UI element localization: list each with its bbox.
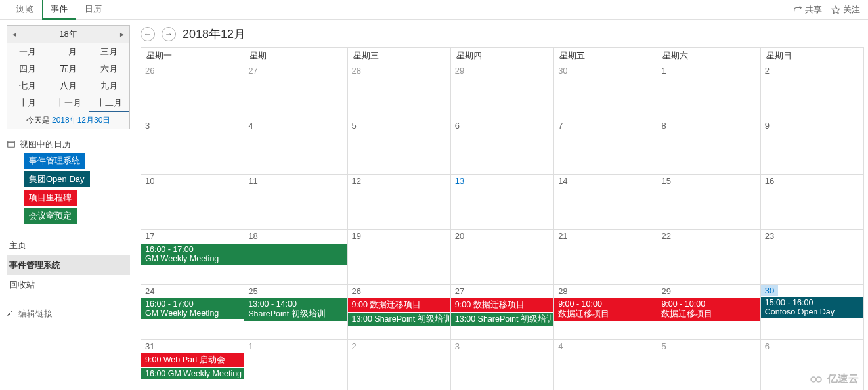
day-cell[interactable]: 8	[657, 119, 760, 175]
day-cell[interactable]: 9	[761, 119, 864, 175]
day-cell[interactable]: 1	[657, 64, 760, 119]
month-1[interactable]: 一月	[7, 43, 48, 60]
month-10[interactable]: 十月	[7, 95, 48, 112]
dow-header: 星期六	[657, 48, 760, 64]
calendar-event[interactable]: 9:00 数据迁移项目	[348, 298, 450, 312]
day-cell[interactable]: 3015:00 - 16:00Contoso Open Day	[761, 285, 864, 340]
calendar-event[interactable]: 9:00 - 10:00数据迁移项目	[657, 298, 760, 321]
month-12[interactable]: 十二月	[89, 95, 129, 112]
tab-browse[interactable]: 浏览	[8, 0, 42, 20]
share-button[interactable]: 共享	[793, 4, 822, 16]
nav-link-2[interactable]: 回收站	[7, 275, 130, 295]
month-5[interactable]: 五月	[48, 60, 89, 77]
event-time: 15:00 - 16:00	[765, 298, 859, 307]
day-cell[interactable]: 7	[554, 119, 657, 175]
day-cell[interactable]: 23	[761, 230, 864, 285]
day-number: 30	[554, 64, 657, 77]
follow-button[interactable]: 关注	[831, 4, 860, 16]
day-number: 6	[451, 119, 553, 132]
day-cell[interactable]: 4	[554, 340, 657, 390]
day-cell[interactable]: 1	[244, 340, 347, 390]
month-6[interactable]: 六月	[89, 60, 129, 77]
month-3[interactable]: 三月	[89, 43, 129, 60]
day-cell[interactable]: 27	[244, 64, 347, 119]
day-cell[interactable]: 30	[554, 64, 657, 119]
day-cell[interactable]: 6	[451, 119, 554, 175]
calendar-event[interactable]: 16:00 GM Weekly Meeting	[141, 368, 244, 379]
calendar-event[interactable]: 9:00 Web Part 启动会	[141, 353, 244, 367]
nav-link-0[interactable]: 主页	[7, 236, 130, 255]
day-cell[interactable]: 1716:00 - 17:00GM Weekly Meeting	[141, 230, 244, 285]
day-cell[interactable]: 19	[348, 230, 451, 285]
day-cell[interactable]: 279:00 数据迁移项目13:00 SharePoint 初级培训	[451, 285, 554, 340]
calendar-event[interactable]: 13:00 - 14:00SharePoint 初级培训	[244, 298, 347, 321]
calendar-event[interactable]: 9:00 - 10:00数据迁移项目	[554, 298, 657, 321]
month-9[interactable]: 九月	[89, 77, 129, 95]
day-number: 27	[244, 64, 347, 77]
day-cell[interactable]: 15	[657, 175, 760, 230]
day-cell[interactable]: 22	[657, 230, 760, 285]
star-icon	[831, 5, 840, 14]
day-cell[interactable]: 13	[451, 175, 554, 230]
day-cell[interactable]: 11	[244, 175, 347, 230]
calendar-tag-0[interactable]: 事件管理系统	[24, 153, 85, 169]
month-7[interactable]: 七月	[7, 77, 48, 95]
calendar-tag-3[interactable]: 会议室预定	[24, 208, 77, 224]
day-cell[interactable]: 20	[451, 230, 554, 285]
calendar-event[interactable]: 13:00 SharePoint 初级培训	[451, 313, 553, 326]
month-4[interactable]: 四月	[7, 60, 48, 77]
day-number: 1	[657, 64, 760, 77]
day-cell[interactable]: 2	[761, 64, 864, 119]
day-cell[interactable]: 3	[451, 340, 554, 390]
edit-links-button[interactable]: 编辑链接	[7, 308, 130, 320]
next-month-button[interactable]: →	[162, 27, 176, 41]
next-year-button[interactable]: ►	[119, 31, 125, 38]
month-11[interactable]: 十一月	[48, 95, 89, 112]
day-number: 30	[761, 285, 778, 296]
day-cell[interactable]: 5	[348, 119, 451, 175]
day-cell[interactable]: 289:00 - 10:00数据迁移项目	[554, 285, 657, 340]
month-8[interactable]: 八月	[48, 77, 89, 95]
calendar-tag-2[interactable]: 项目里程碑	[24, 190, 77, 206]
day-cell[interactable]: 29	[451, 64, 554, 119]
day-cell[interactable]: 4	[244, 119, 347, 175]
day-cell[interactable]: 26	[141, 64, 244, 119]
follow-label: 关注	[843, 4, 860, 16]
calendar-event[interactable]: 9:00 数据迁移项目	[451, 298, 553, 312]
nav-link-1[interactable]: 事件管理系统	[7, 255, 130, 275]
calendar-tags: 事件管理系统集团Open Day项目里程碑会议室预定	[7, 153, 130, 224]
tab-events[interactable]: 事件	[42, 0, 76, 20]
dow-header: 星期一	[141, 48, 244, 64]
day-cell[interactable]: 10	[141, 175, 244, 230]
day-number: 25	[244, 285, 347, 297]
tab-calendar[interactable]: 日历	[76, 0, 110, 20]
dow-header: 星期二	[244, 48, 347, 64]
day-cell[interactable]: 299:00 - 10:00数据迁移项目	[657, 285, 760, 340]
calendar-event[interactable]: 16:00 - 17:00GM Weekly Meeting	[141, 298, 244, 319]
event-title: SharePoint 初级培训	[248, 309, 343, 320]
day-cell[interactable]: 2416:00 - 17:00GM Weekly Meeting	[141, 285, 244, 340]
today-link[interactable]: 2018年12月30日	[52, 116, 110, 125]
prev-month-button[interactable]: ←	[141, 27, 155, 41]
day-cell[interactable]: 12	[348, 175, 451, 230]
day-cell[interactable]: 21	[554, 230, 657, 285]
watermark: 亿速云	[809, 372, 859, 386]
day-cell[interactable]: 269:00 数据迁移项目13:00 SharePoint 初级培训	[348, 285, 451, 340]
calendar-icon	[7, 139, 16, 150]
day-cell[interactable]: 28	[348, 64, 451, 119]
svg-point-3	[811, 377, 816, 382]
day-cell[interactable]: 2	[348, 340, 451, 390]
day-cell[interactable]: 3	[141, 119, 244, 175]
day-cell[interactable]: 5	[657, 340, 760, 390]
calendar-tag-1[interactable]: 集团Open Day	[24, 171, 90, 187]
calendar-event[interactable]: 16:00 - 17:00GM Weekly Meeting	[141, 244, 347, 265]
day-cell[interactable]: 16	[761, 175, 864, 230]
day-cell[interactable]: 319:00 Web Part 启动会16:00 GM Weekly Meeti…	[141, 340, 244, 390]
day-cell[interactable]: 14	[554, 175, 657, 230]
month-2[interactable]: 二月	[48, 43, 89, 60]
prev-year-button[interactable]: ◄	[11, 31, 18, 38]
calendar-event[interactable]: 13:00 SharePoint 初级培训	[348, 313, 450, 326]
day-cell[interactable]: 2513:00 - 14:00SharePoint 初级培训	[244, 285, 347, 340]
year-label: 18年	[59, 28, 77, 40]
calendar-event[interactable]: 15:00 - 16:00Contoso Open Day	[761, 297, 863, 318]
